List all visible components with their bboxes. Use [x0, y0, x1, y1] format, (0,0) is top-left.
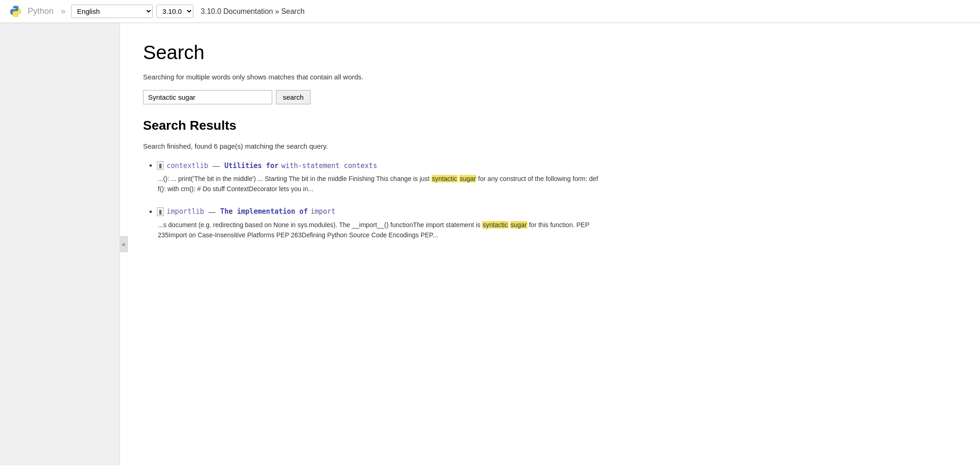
- result-desc-bold-1: Utilities for: [224, 162, 278, 170]
- search-button[interactable]: search: [276, 90, 311, 104]
- result-dash-1: —: [213, 162, 220, 169]
- python-label: Python: [28, 6, 54, 16]
- layout: « Search Searching for multiple words on…: [0, 23, 980, 465]
- main-content: Search Searching for multiple words only…: [120, 23, 627, 465]
- results-count: Search finished, found 6 page(s) matchin…: [143, 142, 604, 150]
- search-input[interactable]: [143, 90, 272, 104]
- page-title: Search: [143, 42, 604, 64]
- result-desc-bold-2: The implementation of: [220, 207, 308, 216]
- highlight-sugar-1: sugar: [459, 175, 476, 182]
- breadcrumb: 3.10.0 Documentation » Search: [201, 7, 305, 16]
- language-select[interactable]: EnglishFrenchJapaneseKoreanPolishBrazili…: [71, 5, 153, 18]
- result-desc-mono-1: with-statement contexts: [281, 162, 377, 170]
- result-link-contextlib[interactable]: contextlib: [167, 162, 208, 170]
- list-item: ▮ importlib — The implementation of impo…: [157, 207, 604, 241]
- highlight-sugar-2: sugar: [510, 221, 527, 229]
- result-title-importlib: ▮ importlib — The implementation of impo…: [157, 207, 604, 216]
- search-form: search: [143, 90, 604, 104]
- results-title: Search Results: [143, 118, 604, 133]
- svg-point-1: [17, 14, 18, 15]
- svg-point-0: [13, 8, 14, 9]
- version-select[interactable]: 3.10.03.9.03.8.03.7.03.6.0: [156, 5, 193, 18]
- search-info: Searching for multiple words only shows …: [143, 73, 604, 81]
- result-snippet-importlib: ...s document (e.g. redirecting based on…: [158, 220, 604, 241]
- highlight-syntactic-1: syntactic: [431, 175, 457, 182]
- doc-icon: ▮: [157, 161, 164, 170]
- result-dash-2: —: [209, 208, 215, 216]
- highlight-syntactic-2: syntactic: [482, 221, 508, 229]
- results-list: ▮ contextlib — Utilities for with-statem…: [143, 161, 604, 241]
- list-item: ▮ contextlib — Utilities for with-statem…: [157, 161, 604, 194]
- result-desc-mono-2: import: [311, 207, 335, 216]
- nav-separator-1: »: [61, 6, 66, 16]
- navbar: Python » EnglishFrenchJapaneseKoreanPoli…: [0, 0, 980, 23]
- sidebar: «: [0, 23, 120, 465]
- sidebar-toggle-button[interactable]: «: [120, 236, 128, 252]
- doc-icon-2: ▮: [157, 207, 164, 216]
- result-snippet-contextlib: ...(): ... print('The bit in the middle'…: [158, 174, 604, 194]
- python-logo: [9, 5, 22, 18]
- result-title-contextlib: ▮ contextlib — Utilities for with-statem…: [157, 161, 604, 170]
- result-link-importlib[interactable]: importlib: [167, 207, 204, 216]
